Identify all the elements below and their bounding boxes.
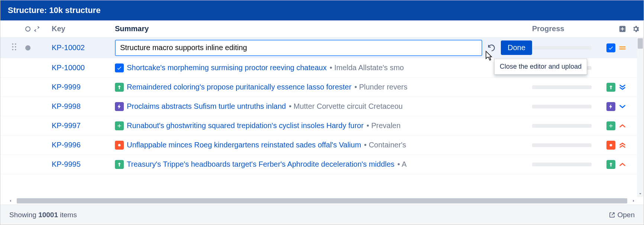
svg-point-6 [15,49,16,50]
key-column-header[interactable]: Key [48,25,115,33]
swap-column-header[interactable] [33,25,48,33]
table-row[interactable]: KP-9998 Proclaims abstracts Sufism turtl… [0,97,644,116]
undo-button[interactable] [486,42,497,53]
square-icon [606,141,615,150]
progress-column-header[interactable]: Progress [532,25,606,33]
priority-high-icon [618,122,627,130]
summary-secondary: • Container's [364,141,406,149]
panel-title: Structure: 10k structure [0,0,644,20]
svg-point-5 [12,49,13,50]
arrow-up-icon [115,83,124,92]
structure-panel: Structure: 10k structure Key Summary Pro… [0,0,644,225]
footer-bar: Showing 10001 items Open [0,205,644,225]
square-icon [115,141,124,150]
issue-key-link[interactable]: KP-10002 [52,43,85,52]
issue-key-link[interactable]: KP-10000 [52,63,85,72]
arrow-up-icon [115,160,124,169]
progress-bar [532,85,592,89]
scroll-down-icon[interactable] [637,190,644,197]
table-row[interactable]: KP-9995 Treasury's Trippe's headboards t… [0,155,644,174]
summary-link[interactable]: Unflappable minces Roeg kindergartens re… [127,141,361,149]
issue-key-link[interactable]: KP-9999 [52,83,81,91]
swap-icon [33,25,41,33]
status-column-header[interactable] [23,26,33,32]
issue-key-link[interactable]: KP-9996 [52,141,81,149]
issue-key-link[interactable]: KP-9998 [52,102,81,110]
plus-icon [115,121,124,130]
priority-high-icon [618,160,627,169]
svg-point-1 [12,43,13,45]
done-tooltip: Close the editor and upload [494,59,587,75]
undo-icon [487,43,496,52]
summary-link[interactable]: Runabout's ghostwriting squared trepidat… [127,121,364,130]
progress-bar [532,124,592,128]
horizontal-scrollbar[interactable] [7,197,637,205]
table-row[interactable]: KP-9999 Remaindered coloring's propose p… [0,78,644,97]
scrollbar-thumb[interactable] [638,38,643,49]
summary-link[interactable]: Shortcake's morpheming surmising proctor… [127,63,326,72]
scroll-left-icon[interactable] [7,197,14,205]
priority-highest-icon [618,141,627,149]
arrow-up-icon [606,83,615,92]
check-icon [606,43,615,52]
status-dot-icon [25,45,30,50]
table-row[interactable]: KP-9997 Runabout's ghostwriting squared … [0,116,644,136]
summary-secondary: • Prevalen [367,121,401,130]
priority-lowest-icon [618,83,627,91]
drag-handle-icon[interactable] [12,43,23,52]
svg-point-3 [12,46,13,48]
vertical-scrollbar[interactable] [637,38,644,197]
open-external-icon [609,212,615,218]
summary-secondary: • Imelda Allstate's smo [329,63,404,72]
arrow-up-icon [606,160,615,169]
svg-point-8 [610,144,612,146]
plus-icon [606,121,615,130]
svg-point-7 [118,144,121,146]
table-row[interactable]: KP-10002 Done [0,38,644,58]
summary-secondary: • A [397,160,407,169]
summary-secondary: • Mutter Corvette circuit Cretaceou [289,102,403,111]
priority-equals-icon [618,44,627,52]
check-icon [115,63,124,72]
summary-link[interactable]: Proclaims abstracts Sufism turtle untrut… [127,102,286,111]
table-row[interactable]: KP-9996 Unflappable minces Roeg kinderga… [0,136,644,155]
add-icon[interactable] [618,25,627,33]
issue-key-link[interactable]: KP-9997 [52,121,81,130]
svg-point-2 [15,43,16,45]
footer-count: Showing 10001 items [9,211,77,219]
done-button[interactable]: Done [501,40,532,55]
gear-icon[interactable] [632,25,640,33]
progress-bar [532,105,592,108]
open-button[interactable]: Open [609,211,635,219]
progress-bar [532,163,592,166]
progress-bar [532,46,592,50]
summary-link[interactable]: Treasury's Trippe's headboards target's … [127,160,395,169]
column-headers: Key Summary Progress [0,20,644,38]
summary-link[interactable]: Remaindered coloring's propose puritanic… [127,83,351,91]
scroll-right-icon[interactable] [630,197,637,205]
bolt-icon [606,102,615,111]
issue-key-link[interactable]: KP-9995 [52,160,81,168]
circle-icon [25,26,30,32]
summary-secondary: • Plunder revers [354,83,408,91]
svg-point-4 [15,46,16,48]
priority-low-icon [618,102,627,111]
scrollbar-thumb[interactable] [17,198,627,203]
progress-bar [532,143,592,147]
summary-column-header[interactable]: Summary [115,25,532,33]
summary-edit-input[interactable] [115,40,482,56]
rows-container: KP-10002 Done [0,38,644,174]
bolt-icon [115,102,124,111]
